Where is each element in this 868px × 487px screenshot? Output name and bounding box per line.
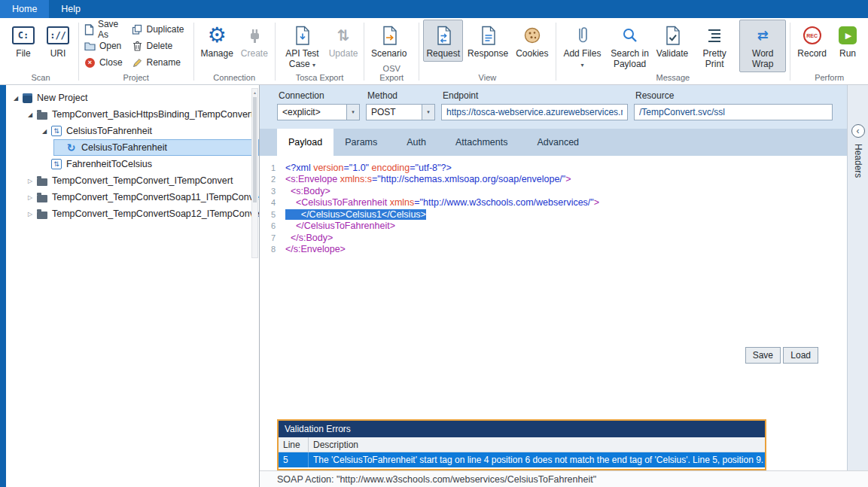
api-test-case-button[interactable]: API Test Case ▾	[279, 20, 325, 72]
code-text-selected[interactable]: </Celsius>Celsius1</Celsius>	[285, 209, 426, 220]
delete-label: Delete	[147, 41, 173, 51]
code-text[interactable]: </s:Body>	[285, 233, 333, 243]
close-button[interactable]: × Close	[82, 55, 129, 70]
save-as-button[interactable]: Save As	[82, 22, 129, 37]
tree-item-label: TempConvert_TempConvertSoap12_ITempConve…	[51, 208, 260, 219]
validate-button[interactable]: Validate	[655, 20, 690, 62]
tab-help[interactable]: Help	[49, 0, 93, 18]
ribbon-separator	[364, 23, 364, 81]
tree-expander-collapsed-icon[interactable]: ▷	[25, 178, 35, 184]
pretty-print-button[interactable]: Pretty Print	[691, 20, 738, 72]
scenario-button[interactable]: Scenario	[368, 20, 410, 62]
tab-home[interactable]: Home	[0, 0, 49, 18]
tab-payload[interactable]: Payload	[277, 129, 333, 156]
tree-scrollbar[interactable]: ▴	[251, 88, 258, 258]
chevron-down-icon: ▾	[312, 62, 315, 68]
ribbon-group-message: Add Files ▾ Search in Payload Validate	[557, 19, 788, 84]
method-label: Method	[366, 89, 435, 104]
resource-input[interactable]	[634, 104, 833, 120]
open-button[interactable]: Open	[82, 38, 129, 53]
add-files-label: Add Files	[563, 48, 601, 59]
endpoint-icon: ⇅	[51, 126, 62, 136]
word-wrap-arrows-icon: ⇄	[757, 27, 769, 44]
plug-icon	[245, 23, 264, 47]
method-select[interactable]: POST ▾	[366, 104, 435, 120]
gear-icon: ⚙	[208, 25, 227, 46]
tree-expander-collapsed-icon[interactable]: ▷	[25, 194, 35, 201]
cookies-view-button[interactable]: Cookies	[513, 20, 551, 62]
word-wrap-label: Word Wrap	[742, 49, 783, 70]
uri-button[interactable]: :// URI	[41, 20, 75, 62]
document-arrow-right-icon	[381, 23, 397, 47]
column-header-line[interactable]: Line	[279, 437, 309, 452]
tree-item-TempConvert_TempConvertSoap11_ITempConvert[interactable]: ▷TempConvert_TempConvertSoap11_ITempConv…	[6, 189, 259, 205]
word-wrap-button[interactable]: ⇄ Word Wrap	[739, 20, 786, 72]
tree-item-TempConvert_BasicHttpsBinding_ITempConvert[interactable]: ◢TempConvert_BasicHttpsBinding_ITempConv…	[6, 106, 259, 123]
chevron-down-icon[interactable]: ▾	[422, 105, 434, 120]
record-button[interactable]: REC Record	[794, 20, 830, 62]
tree-expander-collapsed-icon[interactable]: ▷	[25, 211, 35, 218]
chevron-down-icon: ▾	[580, 62, 583, 68]
duplicate-button[interactable]: Duplicate	[129, 22, 190, 37]
search-in-payload-button[interactable]: Search in Payload	[606, 20, 653, 72]
tree-item-New Project[interactable]: ◢New Project	[6, 90, 259, 106]
tab-params[interactable]: Params	[333, 129, 388, 156]
file-button[interactable]: C: File	[7, 20, 40, 62]
tree-expander-expanded-icon[interactable]: ◢	[39, 128, 50, 135]
folder-icon	[37, 178, 47, 186]
create-connection-button[interactable]: Create	[238, 20, 271, 62]
chevron-down-icon[interactable]: ▾	[346, 105, 359, 120]
code-text[interactable]: </CelsiusToFahrenheit>	[285, 221, 395, 231]
tab-advanced[interactable]: Advanced	[525, 129, 590, 156]
code-text[interactable]: <s:Body>	[285, 186, 330, 196]
validation-errors-panel: Validation Errors Line Description 5 The…	[277, 419, 766, 470]
manage-connection-button[interactable]: ⚙ Manage	[197, 20, 236, 62]
code-line-8: 8</s:Envelope>	[260, 244, 847, 256]
tree-item-label: New Project	[36, 93, 87, 103]
connection-select[interactable]: <explicit> ▾	[277, 104, 360, 120]
rename-button[interactable]: Rename	[129, 55, 190, 70]
scroll-thumb[interactable]	[253, 97, 257, 202]
tree-item-CelsiusToFahrenheit[interactable]: ◢⇅CelsiusToFahrenheit	[6, 123, 259, 139]
tree-expander-expanded-icon[interactable]: ◢	[25, 111, 35, 118]
validation-error-row[interactable]: 5 The 'CelsiusToFahrenheit' start tag on…	[279, 452, 765, 467]
line-number: 2	[260, 175, 285, 184]
titlebar: Home Help	[0, 0, 868, 18]
tree-item-TempConvert_TempConvert_ITempConvert[interactable]: ▷TempConvert_TempConvert_ITempConvert	[6, 172, 259, 189]
line-number: 4	[260, 198, 285, 207]
code-text[interactable]: <?xml version="1.0" encoding="utf-8"?>	[285, 163, 452, 173]
tab-auth[interactable]: Auth	[395, 129, 437, 156]
ribbon-separator	[275, 23, 276, 81]
ribbon-separator	[193, 23, 194, 81]
request-label: Request	[426, 49, 460, 59]
column-header-description[interactable]: Description	[309, 437, 765, 452]
expand-headers-chevron-icon[interactable]: ‹	[851, 124, 865, 138]
scroll-up-icon[interactable]: ▴	[252, 89, 257, 96]
tree-expander-expanded-icon[interactable]: ◢	[11, 95, 21, 102]
request-view-button[interactable]: Request	[423, 20, 463, 62]
headers-panel-label[interactable]: Headers	[853, 144, 863, 178]
code-text[interactable]: <s:Envelope xmlns:s="http://schemas.xmls…	[285, 174, 571, 184]
code-text[interactable]: <CelsiusToFahrenheit xmlns="http://www.w…	[285, 197, 599, 208]
response-view-button[interactable]: Response	[464, 20, 511, 62]
payload-editor[interactable]: 1<?xml version="1.0" encoding="utf-8"?>2…	[260, 156, 847, 470]
endpoint-input[interactable]	[441, 104, 628, 120]
code-line-5: 5 </Celsius>Celsius1</Celsius>	[260, 208, 847, 221]
run-button[interactable]: ▶ Run	[831, 20, 864, 62]
save-button[interactable]: Save	[745, 347, 781, 364]
code-lines: 1<?xml version="1.0" encoding="utf-8"?>2…	[260, 162, 847, 255]
load-button[interactable]: Load	[783, 347, 818, 364]
tab-attachments[interactable]: Attachments	[444, 129, 519, 156]
open-folder-icon	[84, 41, 96, 50]
response-label: Response	[468, 49, 508, 59]
update-button[interactable]: ⇅ Update	[327, 20, 360, 62]
tree-item-FahrenheitToCelsius[interactable]: ⇅FahrenheitToCelsius	[6, 156, 259, 172]
tree-item-TempConvert_TempConvertSoap12_ITempConvert[interactable]: ▷TempConvert_TempConvertSoap12_ITempConv…	[6, 205, 259, 222]
tree-item-CelsiusToFahrenheit[interactable]: ↻CelsiusToFahrenheit	[6, 139, 259, 156]
ribbon-group-label-connection: Connection	[196, 73, 271, 84]
add-files-button[interactable]: Add Files ▾	[559, 20, 605, 72]
record-label: Record	[797, 49, 827, 59]
delete-button[interactable]: Delete	[129, 38, 190, 53]
request-icon: ↻	[65, 142, 77, 154]
code-text[interactable]: </s:Envelope>	[285, 244, 346, 254]
